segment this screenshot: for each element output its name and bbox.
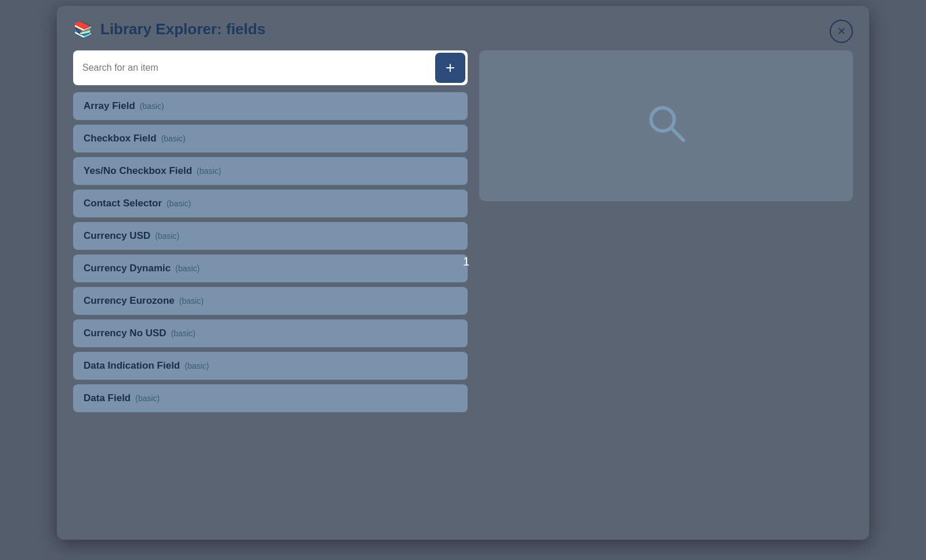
item-name: Yes/No Checkbox Field (84, 165, 192, 177)
item-name: Data Indication Field (84, 360, 180, 372)
item-name: Currency No USD (84, 328, 167, 339)
list-item[interactable]: Data Field(basic) (73, 384, 468, 412)
list-item[interactable]: Currency Dynamic(basic) (73, 254, 468, 282)
list-item[interactable]: Currency Eurozone(basic) (73, 287, 468, 315)
list-item[interactable]: Currency USD(basic) (73, 222, 468, 250)
item-badge: (basic) (185, 361, 209, 370)
search-row: + (73, 50, 468, 85)
close-button[interactable]: ✕ (830, 20, 853, 43)
item-name: Data Field (84, 392, 131, 404)
list-item[interactable]: Currency No USD(basic) (73, 319, 468, 347)
add-button[interactable]: + (435, 53, 465, 83)
modal-body: + Array Field(basic)Checkbox Field(basic… (73, 50, 853, 526)
item-badge: (basic) (171, 329, 196, 338)
list-item[interactable]: Array Field(basic) (73, 92, 468, 120)
item-name: Currency USD (84, 230, 150, 242)
list-item[interactable]: Checkbox Field(basic) (73, 125, 468, 152)
item-name: Contact Selector (84, 198, 162, 209)
modal-overlay: 📚 Library Explorer: fields ✕ + Array Fie… (0, 0, 926, 560)
list-item[interactable]: Data Indication Field(basic) (73, 352, 468, 380)
item-badge: (basic) (179, 296, 204, 306)
right-panel (479, 50, 853, 526)
books-icon: 📚 (73, 20, 93, 39)
item-name: Checkbox Field (84, 133, 157, 144)
item-badge: (basic) (197, 166, 221, 176)
page-number: 1 (463, 255, 469, 268)
item-name: Currency Eurozone (84, 295, 175, 307)
left-panel: + Array Field(basic)Checkbox Field(basic… (73, 50, 468, 526)
item-name: Array Field (84, 100, 135, 112)
item-badge: (basic) (135, 394, 160, 403)
search-input[interactable] (75, 58, 431, 78)
modal: 📚 Library Explorer: fields ✕ + Array Fie… (57, 6, 869, 540)
item-badge: (basic) (161, 134, 186, 143)
preview-area (479, 50, 853, 201)
modal-title-group: 📚 Library Explorer: fields (73, 20, 266, 39)
item-badge: (basic) (155, 231, 179, 241)
item-badge: (basic) (140, 101, 164, 111)
modal-header: 📚 Library Explorer: fields ✕ (73, 20, 853, 39)
items-list: Array Field(basic)Checkbox Field(basic)Y… (73, 92, 468, 526)
svg-line-1 (672, 129, 683, 140)
item-name: Currency Dynamic (84, 263, 171, 274)
item-badge: (basic) (175, 264, 200, 273)
list-item[interactable]: Yes/No Checkbox Field(basic) (73, 157, 468, 185)
list-item[interactable]: Contact Selector(basic) (73, 190, 468, 217)
item-badge: (basic) (167, 199, 191, 208)
modal-title: Library Explorer: fields (100, 20, 266, 38)
search-placeholder-icon (643, 100, 689, 152)
